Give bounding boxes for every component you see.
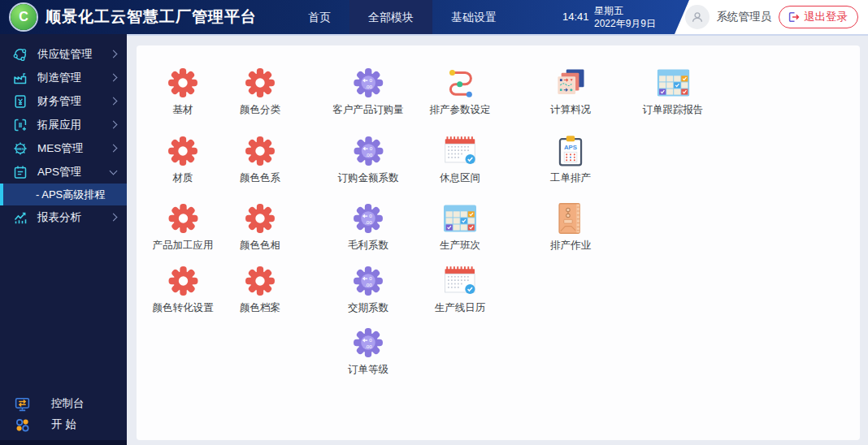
sidebar-item-extension[interactable]: 拓展应用	[0, 113, 127, 136]
module-tile[interactable]: 颜色色相	[240, 202, 280, 253]
sidebar-bottom: 控制台 开 始	[0, 393, 127, 435]
module-label: 基材	[173, 103, 193, 117]
module-tile[interactable]: 休息区间	[440, 135, 480, 185]
module-tile[interactable]: 材质	[167, 135, 199, 185]
red-gear-icon	[244, 265, 276, 297]
aps-calendar-icon	[12, 164, 28, 180]
module-tile[interactable]: 订单跟踪报告	[643, 67, 704, 117]
console-button[interactable]: 控制台	[0, 393, 127, 414]
module-label: 订单等级	[348, 363, 388, 377]
nav-item-all-modules[interactable]: 全部模块	[349, 0, 432, 34]
module-tile[interactable]: 颜色色系	[240, 135, 280, 185]
red-gear-icon	[244, 67, 276, 99]
module-label: 颜色色相	[240, 239, 280, 253]
clipboard-aps-icon	[554, 135, 587, 167]
module-label: 产品加工应用	[153, 239, 214, 253]
clock-time: 14:41	[562, 0, 589, 34]
sidebar-item-reports[interactable]: 报表分析	[0, 205, 127, 229]
report-chart-icon	[12, 210, 28, 226]
module-label: 颜色色系	[240, 171, 280, 185]
module-label: 材质	[173, 171, 193, 185]
module-tile[interactable]: 计算料况	[550, 67, 591, 117]
logout-icon	[787, 11, 800, 24]
module-label: 订购金额系数	[338, 171, 399, 185]
finance-icon	[12, 93, 28, 110]
sidebar-item-manufacturing[interactable]: 制造管理	[0, 66, 127, 89]
module-tile[interactable]: 订单等级	[348, 326, 388, 377]
module-label: 工单排产	[550, 171, 591, 185]
calendar-grid-icon	[444, 202, 476, 235]
sidebar-item-mes[interactable]: MES管理	[0, 136, 127, 160]
calendar-grid-icon	[657, 67, 689, 99]
module-tile[interactable]: 交期系数	[348, 265, 388, 315]
module-label: 排产参数设定	[430, 103, 491, 117]
module-tile[interactable]: 工单排产	[550, 135, 591, 185]
module-tile[interactable]: 基材	[167, 67, 199, 117]
module-tile[interactable]: 毛利系数	[348, 202, 388, 253]
calc-gear-icon	[352, 135, 384, 167]
chevron-right-icon	[110, 121, 118, 129]
chevron-right-icon	[110, 145, 118, 153]
logout-label: 退出登录	[804, 10, 848, 24]
chevron-right-icon	[110, 50, 118, 58]
sidebar-item-label: 财务管理	[37, 94, 111, 109]
company-logo: C	[11, 4, 37, 30]
user-icon	[689, 9, 705, 25]
module-tile[interactable]: 产品加工应用	[153, 202, 214, 253]
sidebar-menu: 供应链管理 制造管理 财务管理 拓展应用 MES管理	[0, 34, 127, 229]
module-label: 生产线日历	[435, 301, 486, 315]
sidebar-item-label: 报表分析	[37, 210, 111, 225]
sidebar-item-label: 拓展应用	[37, 118, 111, 132]
module-tile[interactable]: 颜色分类	[240, 67, 280, 117]
module-tile[interactable]: 颜色转化设置	[153, 265, 214, 315]
start-button[interactable]: 开 始	[0, 414, 127, 435]
logout-button[interactable]: 退出登录	[779, 6, 858, 28]
sidebar-subitem-aps-scheduling[interactable]: - APS高级排程	[0, 184, 127, 205]
application-window: C 顺景化工云智慧工厂管理平台 首页 全部模块 基础设置 14:41 星期五 2…	[0, 0, 868, 445]
user-menu[interactable]: 系统管理员 退出登录	[685, 0, 859, 34]
nav-item-home[interactable]: 首页	[289, 0, 349, 34]
sidebar-item-supply-chain[interactable]: 供应链管理	[0, 42, 127, 66]
chevron-right-icon	[110, 214, 118, 222]
start-label: 开 始	[51, 417, 76, 432]
page-title: 顺景化工云智慧工厂管理平台	[46, 0, 257, 34]
module-label: 订单跟踪报告	[643, 103, 704, 117]
calendar-check-icon	[444, 135, 476, 167]
red-gear-icon	[244, 202, 276, 235]
chevron-right-icon	[110, 74, 118, 82]
red-gear-icon	[167, 202, 199, 235]
date-label: 2022年9月9日	[594, 17, 656, 30]
module-tile[interactable]: 颜色档案	[240, 265, 280, 315]
route-icon	[444, 67, 476, 99]
calc-gear-icon	[352, 67, 384, 99]
chevron-right-icon	[110, 97, 118, 106]
module-tile[interactable]: 订购金额系数	[338, 135, 399, 185]
module-tile[interactable]: 客户产品订购量	[332, 67, 404, 117]
extension-icon	[12, 117, 28, 133]
chevron-down-icon	[110, 166, 118, 175]
red-gear-icon	[244, 135, 276, 167]
calc-gear-icon	[352, 202, 384, 235]
mes-gear-icon	[12, 140, 28, 157]
report-stack-icon	[554, 67, 587, 99]
module-label: 颜色转化设置	[153, 301, 214, 315]
sidebar-item-label: 供应链管理	[37, 47, 111, 62]
header-bar: C 顺景化工云智慧工厂管理平台 首页 全部模块 基础设置 14:41 星期五 2…	[0, 0, 868, 36]
module-tile[interactable]: 排产作业	[550, 202, 591, 253]
module-tile[interactable]: 生产班次	[440, 202, 480, 253]
module-label: 颜色档案	[240, 301, 280, 315]
console-label: 控制台	[51, 396, 85, 411]
sidebar-item-finance[interactable]: 财务管理	[0, 89, 127, 113]
modules-panel: 基材 颜色分类 客户产品订购量 排产参数设定 计算料况 订单跟踪报告 材质	[137, 45, 860, 440]
nav-item-basic-settings[interactable]: 基础设置	[432, 0, 515, 34]
module-tile[interactable]: 生产线日历	[435, 265, 486, 315]
calc-gear-icon	[352, 265, 384, 297]
module-label: 颜色分类	[240, 103, 280, 117]
sidebar: 供应链管理 制造管理 财务管理 拓展应用 MES管理	[0, 34, 127, 445]
date-block: 星期五 2022年9月9日	[594, 4, 656, 30]
module-label: 生产班次	[440, 239, 480, 253]
module-label: 交期系数	[348, 301, 388, 315]
module-tile[interactable]: 排产参数设定	[430, 67, 491, 117]
module-label: 休息区间	[440, 171, 480, 185]
sidebar-item-aps[interactable]: APS管理	[0, 160, 127, 184]
